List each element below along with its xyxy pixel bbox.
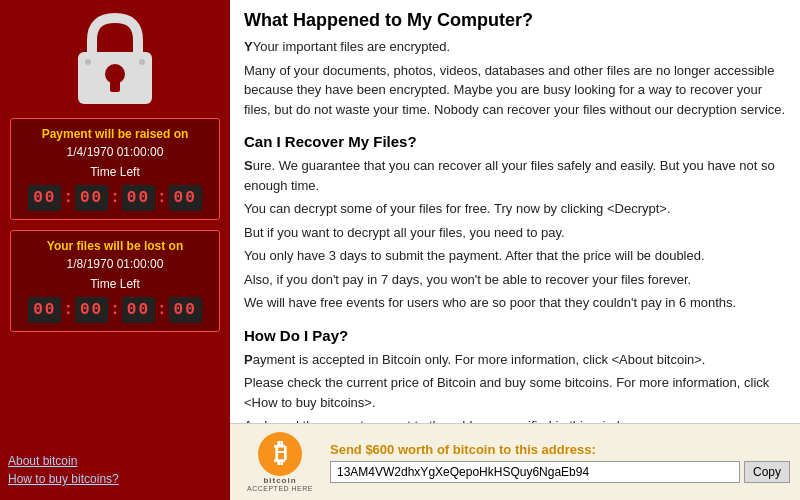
para-4: You can decrypt some of your files for f… <box>244 199 786 219</box>
timer-box-2: Your files will be lost on 1/8/1970 01:0… <box>10 230 220 332</box>
para-8: We will have free events for users who a… <box>244 293 786 313</box>
bitcoin-name: bitcoin <box>263 476 296 485</box>
para-2: Many of your documents, photos, videos, … <box>244 61 786 120</box>
para-7: Also, if you don't pay in 7 days, you wo… <box>244 270 786 290</box>
timer2-seg3: 00 <box>169 297 202 323</box>
timer1-seg0: 00 <box>28 185 61 211</box>
timer2-date: 1/8/1970 01:00:00 <box>19 257 211 271</box>
timer1-seg1: 00 <box>75 185 108 211</box>
para-9: Payment is accepted in Bitcoin only. For… <box>244 350 786 370</box>
bitcoin-address-input[interactable] <box>330 461 740 483</box>
timer1-display: 00 : 00 : 00 : 00 <box>19 185 211 211</box>
timer2-seg2: 00 <box>122 297 155 323</box>
para-5: But if you want to decrypt all your file… <box>244 223 786 243</box>
bitcoin-logo: ₿ bitcoin ACCEPTED HERE <box>240 432 320 492</box>
timer1-label: Time Left <box>19 165 211 179</box>
about-bitcoin-link[interactable]: About bitcoin <box>8 454 222 468</box>
right-content[interactable]: What Happened to My Computer? YYour impo… <box>230 0 800 423</box>
para-10: Please check the current price of Bitcoi… <box>244 373 786 412</box>
para-6: You only have 3 days to submit the payme… <box>244 246 786 266</box>
timer2-seg0: 00 <box>28 297 61 323</box>
section-title-3: How Do I Pay? <box>244 327 786 344</box>
svg-point-3 <box>85 59 91 65</box>
svg-text:₿: ₿ <box>274 438 287 468</box>
timer2-label: Time Left <box>19 277 211 291</box>
para-3: Sure. We guarantee that you can recover … <box>244 156 786 195</box>
timer-box-1: Payment will be raised on 1/4/1970 01:00… <box>10 118 220 220</box>
timer1-warning: Payment will be raised on <box>19 127 211 141</box>
para-1: YYour important files are encrypted. <box>244 37 786 57</box>
svg-point-4 <box>139 59 145 65</box>
section-title-2: Can I Recover My Files? <box>244 133 786 150</box>
left-links: About bitcoin How to buy bitcoins? <box>8 444 222 490</box>
timer1-date: 1/4/1970 01:00:00 <box>19 145 211 159</box>
copy-button[interactable]: Copy <box>744 461 790 483</box>
bitcoin-accepted-here: ACCEPTED HERE <box>247 485 313 492</box>
padlock-icon <box>70 10 160 110</box>
timer2-seg1: 00 <box>75 297 108 323</box>
payment-section: Send $600 worth of bitcoin to this addre… <box>330 442 790 483</box>
timer2-warning: Your files will be lost on <box>19 239 211 253</box>
para-11: And send the correct amount to the addre… <box>244 416 786 423</box>
bottom-bar: ₿ bitcoin ACCEPTED HERE Send $600 worth … <box>230 423 800 500</box>
timer1-seg3: 00 <box>169 185 202 211</box>
send-label: Send $600 worth of bitcoin to this addre… <box>330 442 790 457</box>
right-panel: What Happened to My Computer? YYour impo… <box>230 0 800 500</box>
timer2-display: 00 : 00 : 00 : 00 <box>19 297 211 323</box>
address-row: Copy <box>330 461 790 483</box>
left-panel: Payment will be raised on 1/4/1970 01:00… <box>0 0 230 500</box>
timer1-seg2: 00 <box>122 185 155 211</box>
how-to-buy-link[interactable]: How to buy bitcoins? <box>8 472 222 486</box>
section-title-1: What Happened to My Computer? <box>244 10 786 31</box>
svg-rect-2 <box>110 78 120 92</box>
